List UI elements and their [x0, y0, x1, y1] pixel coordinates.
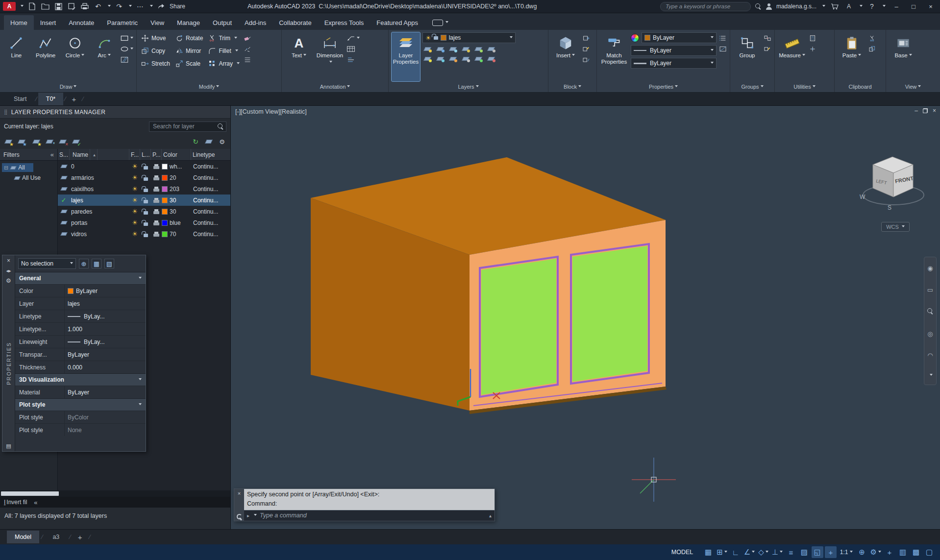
share-icon[interactable]	[156, 1, 166, 11]
layer-name[interactable]: 0	[70, 163, 129, 170]
filter-all-used-item[interactable]: All Use	[13, 173, 55, 182]
annotation-more-icon[interactable]	[346, 55, 360, 64]
layer-linetype[interactable]: Continu...	[191, 186, 230, 193]
copy-clip-icon[interactable]	[868, 45, 876, 53]
property-value[interactable]: ByLayer	[64, 348, 146, 361]
freeze-sun-icon[interactable]: ☀	[129, 163, 140, 170]
layer-off-icon[interactable]	[422, 45, 432, 53]
ungroup-icon[interactable]	[764, 34, 771, 43]
freeze-sun-icon[interactable]: ☀	[129, 219, 140, 226]
layer-search-input[interactable]	[149, 122, 226, 132]
ribbon-tab-featured-apps[interactable]: Featured Apps	[370, 15, 424, 30]
ribbon-display-toggle[interactable]	[429, 15, 451, 30]
layer-row-armários[interactable]: armários☀20Continu...	[58, 172, 230, 183]
toggle-pickadd-icon[interactable]: ⊕	[79, 259, 89, 268]
color-wheel-icon[interactable]	[631, 34, 639, 42]
set-current-layer-icon[interactable]: ✓	[72, 138, 80, 146]
property-value[interactable]: ByLay...	[64, 310, 146, 322]
layer-color-cell[interactable]: wh...	[162, 163, 191, 170]
lock-icon[interactable]	[140, 197, 151, 203]
col-lock[interactable]: L...	[140, 149, 151, 160]
layer-color-cell[interactable]: 30	[162, 208, 191, 215]
modify-panel-label[interactable]: Modify	[137, 81, 281, 92]
nav-pan-icon[interactable]: ▭	[927, 286, 933, 293]
redo-icon[interactable]: ↷	[114, 1, 124, 11]
command-prompt-icon[interactable]: ▸	[247, 513, 249, 518]
grid-icon[interactable]: ▦	[702, 546, 714, 558]
settings-gear-icon[interactable]: ⚙	[218, 138, 226, 146]
clipboard-panel-label[interactable]: Clipboard	[835, 81, 886, 92]
linetype-combo[interactable]: ByLayer	[631, 45, 717, 56]
view-panel-label[interactable]: View	[886, 81, 940, 92]
layer-on-all-icon[interactable]	[422, 55, 432, 63]
layer-select-combo[interactable]: ☀ lajes	[422, 32, 516, 43]
layer-name[interactable]: vidros	[70, 231, 129, 238]
nav-arc-icon[interactable]: ◠	[927, 352, 933, 359]
layer-color-cell[interactable]: blue	[162, 219, 191, 226]
object-color-combo[interactable]: ByLayer	[642, 32, 717, 43]
properties-autohide-icon[interactable]: ◂▸	[6, 268, 11, 273]
layer-name[interactable]: portas	[70, 219, 129, 226]
app-store-cart-icon[interactable]	[830, 1, 840, 11]
section-general[interactable]: General	[15, 272, 146, 284]
ribbon-tab-insert[interactable]: Insert	[34, 15, 63, 30]
paste-button[interactable]: Paste	[838, 32, 866, 81]
layers-panel-label[interactable]: Layers	[389, 81, 548, 92]
nav-more-caret-icon[interactable]	[930, 374, 933, 377]
array-button[interactable]: Array	[207, 58, 241, 70]
tree-expand-icon[interactable]: ⊟	[4, 165, 8, 171]
property-row-linetype[interactable]: LinetypeByLay...	[15, 310, 146, 322]
property-value[interactable]: ByColor	[64, 411, 146, 423]
refresh-icon[interactable]: ↻	[191, 138, 200, 146]
lock-icon[interactable]	[140, 186, 151, 192]
command-close-icon[interactable]: ×	[238, 490, 241, 496]
circle-button[interactable]: Circle	[62, 32, 89, 81]
lock-icon[interactable]	[140, 231, 151, 237]
quick-calc-icon[interactable]	[809, 34, 816, 43]
layer-linetype[interactable]: Continu...	[191, 231, 230, 238]
list-icon[interactable]	[719, 34, 727, 43]
layer-linetype[interactable]: Continu...	[191, 219, 230, 226]
property-value[interactable]: ByLayer	[64, 386, 146, 398]
property-row-plot-style[interactable]: Plot styleNone	[15, 423, 146, 436]
plot-printer-icon[interactable]	[151, 164, 162, 169]
help-caret-icon[interactable]	[883, 5, 886, 8]
dimension-button[interactable]: Dimension	[316, 32, 344, 81]
new-layer-vp-frozen-icon[interactable]: *	[45, 138, 54, 146]
property-row-thickness[interactable]: Thickness0.000	[15, 361, 146, 373]
freeze-sun-icon[interactable]: ☀	[129, 185, 140, 193]
property-value[interactable]: 1.000	[64, 323, 146, 335]
lock-icon[interactable]	[140, 220, 151, 226]
base-button[interactable]: Base	[889, 32, 917, 81]
drawing-viewport[interactable]: [-][Custom View][Realistic] – ×	[231, 106, 940, 529]
autodesk-app-caret-icon[interactable]	[860, 5, 863, 8]
layer-name[interactable]: armários	[70, 174, 129, 181]
col-color[interactable]: Color	[162, 149, 191, 160]
window-minimize-button[interactable]: –	[890, 1, 903, 11]
new-drawing-tab-button[interactable]: +	[67, 93, 81, 105]
quick-access-caret-icon[interactable]	[150, 5, 153, 8]
layer-color-cell[interactable]: 20	[162, 174, 191, 181]
invert-filter-text[interactable]: Invert fil	[6, 499, 27, 506]
new-layer-icon[interactable]: ★	[32, 138, 41, 146]
col-status[interactable]: S...	[58, 149, 70, 160]
vp-restore-icon[interactable]	[923, 108, 928, 113]
hatch-icon[interactable]	[120, 55, 133, 64]
account-caret-icon[interactable]	[822, 5, 825, 8]
layer-row-vidros[interactable]: vidros☀70Continu...	[58, 228, 230, 240]
cut-icon[interactable]	[868, 34, 876, 43]
col-freeze[interactable]: F...	[129, 149, 140, 160]
ribbon-tab-home[interactable]: Home	[4, 15, 34, 30]
layer-linetype[interactable]: Continu...	[191, 174, 230, 181]
model-canvas[interactable]: LEFT FRONT W S	[231, 106, 940, 529]
layer-freeze-icon[interactable]	[448, 45, 458, 53]
lock-icon[interactable]	[140, 209, 151, 215]
nav-wheel-icon[interactable]: ◉	[927, 265, 933, 272]
leader-icon[interactable]	[346, 34, 360, 43]
search-icon[interactable]	[755, 3, 761, 9]
isolate-objects-icon[interactable]: ▥	[897, 546, 909, 558]
annotation-panel-label[interactable]: Annotation	[282, 81, 388, 92]
arc-button[interactable]: Arc	[91, 32, 118, 81]
table-icon[interactable]	[346, 45, 360, 53]
redo-caret-icon[interactable]	[129, 5, 132, 8]
